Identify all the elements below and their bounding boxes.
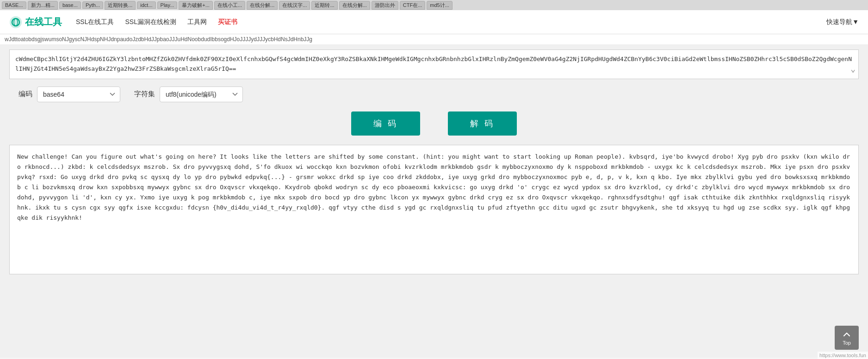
site-header: 在线工具 SSL在线工具 SSL漏洞在线检测 工具网 买证书 快速导航▼	[0, 10, 868, 34]
logo-text: 在线工具	[25, 16, 62, 28]
controls-row: 编码 base64 base32 base16 base58 base85 字符…	[9, 87, 859, 102]
browser-tab-8[interactable]: 暴力破解+...	[179, 1, 213, 10]
browser-tab-7[interactable]: Play...	[157, 1, 178, 9]
browser-tab-2[interactable]: 新力...精...	[28, 1, 58, 10]
marquee-text: wJdttoatobdsgjswumsoNJgyscNJHdspNHJdnpau…	[0, 34, 868, 45]
browser-tab-11[interactable]: 在线汉字...	[279, 1, 310, 10]
watermark: https://www.tools.fun	[818, 352, 868, 358]
browser-tab-16[interactable]: md5计...	[427, 1, 453, 10]
browser-tab-1[interactable]: BASE...	[2, 1, 26, 9]
browser-tab-12[interactable]: 近期转...	[311, 1, 337, 10]
nav-buy-cert[interactable]: 买证书	[218, 18, 237, 26]
decoded-text-box: New challenge! Can you figure out what's…	[9, 145, 859, 274]
back-to-top-label: Top	[843, 340, 851, 346]
encoded-text: cWdmeCBpc3hlIGtjY2d4ZHU6IGZkY3lzbntoMHZf…	[15, 56, 852, 72]
decode-button[interactable]: 解 码	[448, 111, 517, 136]
charset-group: 字符集 utf8(unicode编码) gbk ascii utf16	[134, 87, 243, 102]
site-logo[interactable]: 在线工具	[9, 16, 62, 29]
browser-tab-4[interactable]: Pyth...	[82, 1, 103, 9]
nav-links: SSL在线工具 SSL漏洞在线检测 工具网 买证书	[76, 18, 812, 26]
browser-tab-5[interactable]: 近期转换...	[105, 1, 136, 10]
nav-toolnet[interactable]: 工具网	[187, 18, 207, 26]
encoding-group: 编码 base64 base32 base16 base58 base85	[19, 87, 120, 102]
charset-label: 字符集	[134, 90, 155, 99]
browser-tab-15[interactable]: CTF在...	[400, 1, 426, 10]
buttons-row: 编 码 解 码	[9, 111, 859, 136]
encoded-text-box: cWdmeCBpc3hlIGtjY2d4ZHU6IGZkY3lzbntoMHZf…	[9, 50, 859, 79]
browser-tab-3[interactable]: base...	[59, 1, 81, 9]
browser-tab-9[interactable]: 在线小工...	[214, 1, 245, 10]
browser-tab-6[interactable]: idct...	[137, 1, 155, 9]
charset-select[interactable]: utf8(unicode编码) gbk ascii utf16	[160, 87, 243, 102]
back-to-top-button[interactable]: Top	[835, 326, 859, 350]
arrow-up-icon	[842, 330, 851, 339]
scroll-down-icon[interactable]: ⌄	[850, 62, 856, 76]
browser-tab-10[interactable]: 在线分解...	[247, 1, 278, 10]
decoded-text: New challenge! Can you figure out what's…	[17, 153, 850, 222]
nav-ssl-tools[interactable]: SSL在线工具	[76, 18, 114, 26]
browser-tab-13[interactable]: 在线分解...	[339, 1, 370, 10]
browser-tab-14[interactable]: 游防出外	[372, 1, 398, 10]
main-content: cWdmeCBpc3hlIGtjY2d4ZHU6IGZkY3lzbntoMHZf…	[0, 45, 868, 358]
logo-icon	[9, 16, 22, 29]
browser-tab-bar: BASE... 新力...精... base... Pyth... 近期转换..…	[0, 0, 868, 10]
nav-ssl-scan[interactable]: SSL漏洞在线检测	[125, 18, 176, 26]
encode-button[interactable]: 编 码	[351, 111, 420, 136]
encoding-select[interactable]: base64 base32 base16 base58 base85	[37, 87, 120, 102]
quick-nav[interactable]: 快速导航▼	[826, 18, 859, 26]
encoding-label: 编码	[19, 90, 32, 99]
